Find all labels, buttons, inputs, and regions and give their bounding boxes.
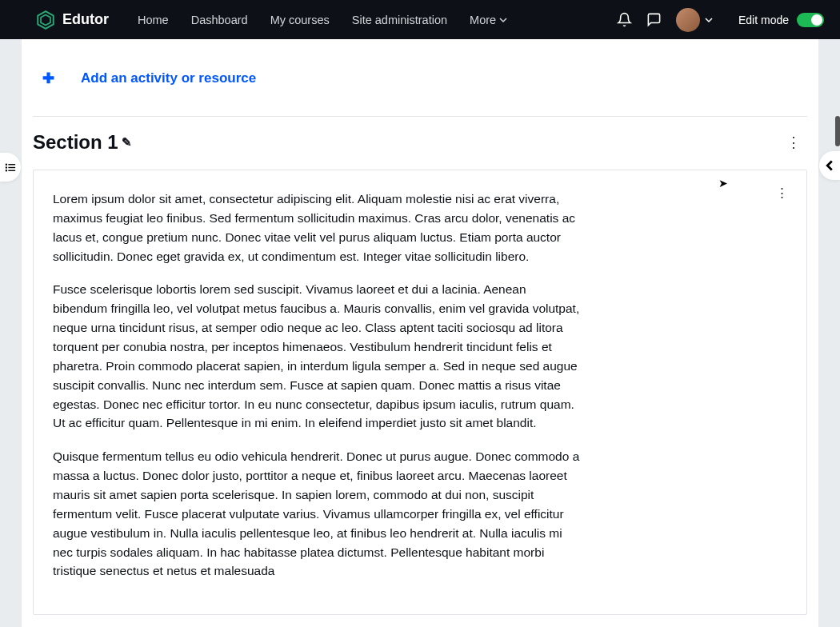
scrollbar-thumb[interactable] bbox=[835, 116, 840, 146]
nav-more[interactable]: More bbox=[470, 14, 507, 26]
notifications-icon[interactable] bbox=[617, 12, 632, 27]
section-body-menu-button[interactable]: ⋮ bbox=[775, 185, 789, 202]
list-icon bbox=[5, 162, 17, 174]
edit-title-icon[interactable]: ✎ bbox=[122, 135, 132, 150]
app-header: Edutor Home Dashboard My courses Site ad… bbox=[0, 0, 840, 39]
svg-point-8 bbox=[6, 170, 6, 170]
main-nav: Home Dashboard My courses Site administr… bbox=[138, 14, 507, 26]
section-paragraph: Lorem ipsum dolor sit amet, consectetur … bbox=[53, 190, 581, 266]
add-activity-button[interactable]: ✚ Add an activity or resource bbox=[33, 39, 807, 116]
section-title-wrap: Section 1 ✎ bbox=[33, 131, 132, 154]
messages-icon[interactable] bbox=[646, 12, 662, 27]
chevron-left-icon bbox=[824, 160, 835, 171]
section-header: Section 1 ✎ ⋮ bbox=[33, 117, 807, 170]
nav-more-label: More bbox=[470, 14, 496, 26]
nav-dashboard[interactable]: Dashboard bbox=[191, 14, 248, 26]
page-area: ✚ Add an activity or resource Section 1 … bbox=[0, 39, 840, 627]
section-paragraph: Fusce scelerisque lobortis lorem sed sus… bbox=[53, 280, 581, 433]
section-menu-button[interactable]: ⋮ bbox=[786, 134, 801, 151]
nav-my-courses[interactable]: My courses bbox=[270, 14, 330, 26]
edit-mode-control: Edit mode bbox=[738, 13, 824, 27]
chevron-down-icon bbox=[499, 16, 507, 24]
add-activity-label: Add an activity or resource bbox=[81, 70, 256, 86]
brand[interactable]: Edutor bbox=[35, 10, 109, 30]
svg-point-6 bbox=[6, 164, 6, 165]
section-title: Section 1 bbox=[33, 131, 118, 154]
edit-mode-toggle[interactable] bbox=[797, 13, 824, 27]
chevron-down-icon bbox=[705, 16, 713, 24]
user-menu[interactable] bbox=[676, 8, 713, 32]
edit-mode-label: Edit mode bbox=[738, 14, 789, 26]
avatar bbox=[676, 8, 700, 32]
nav-site-admin[interactable]: Site administration bbox=[352, 14, 447, 26]
nav-home[interactable]: Home bbox=[138, 14, 169, 26]
header-right: Edit mode bbox=[617, 8, 824, 32]
content-card: ✚ Add an activity or resource Section 1 … bbox=[22, 39, 818, 627]
brand-logo-icon bbox=[35, 10, 56, 30]
section-body: ⋮ Lorem ipsum dolor sit amet, consectetu… bbox=[33, 170, 807, 615]
plus-icon: ✚ bbox=[41, 70, 55, 87]
brand-name: Edutor bbox=[62, 11, 109, 28]
svg-point-7 bbox=[6, 167, 6, 168]
section-paragraph: Quisque fermentum tellus eu odio vehicul… bbox=[53, 447, 581, 581]
open-block-drawer-tab[interactable] bbox=[819, 151, 840, 180]
open-course-index-tab[interactable] bbox=[0, 153, 21, 182]
